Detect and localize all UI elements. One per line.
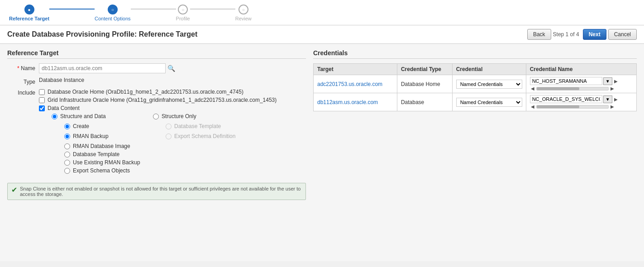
step-circle-4: ○ [239,5,248,14]
radio-structure-and-data-label: Structure and Data [60,113,106,119]
create-options: Create Database Template [64,123,306,131]
radio-row-existing-rman: Use Existing RMAN Backup [64,159,306,166]
radio-export-schema-definition[interactable] [166,134,172,139]
scroll-right-icon-1b[interactable]: ▶ [610,86,615,91]
page-title: Create Database Provisioning Profile: Re… [7,30,197,38]
checkbox-row-2: Grid Infrastructure Oracle Home (Ora11g_… [39,97,306,103]
backup-options: RMAN Backup Export Schema Definition [64,133,306,141]
radio-export-schema-objects-label: Export Schema Objects [73,167,130,174]
col-header-credential-type: Credential Type [397,64,452,75]
create-radio-group: Create Database Template [64,123,306,131]
credential-name-dropdown-2[interactable]: ▼ [603,95,612,103]
scroll-right-icon-2b[interactable]: ▶ [610,104,615,109]
radio-row-export-objects: Export Schema Objects [64,167,306,174]
credential-select-wrap-1: Named Credentials [456,80,522,89]
radio-rman-backup[interactable] [64,134,70,139]
radio-structure-only-label: Structure Only [162,113,196,119]
step-circle-3: ○ [178,5,188,14]
scroll-thumb-1 [537,87,580,90]
back-button[interactable]: Back [527,29,551,40]
checkbox-row-1: Database Oracle Home (OraDb11g_home1_2_a… [39,89,306,95]
target-cell-2: db112asm.us.oracle.com [314,93,397,111]
scroll-left-icon-1[interactable]: ◀ [530,86,535,91]
credential-type-cell-1: Database Home [397,75,452,93]
next-button[interactable]: Next [583,29,606,40]
page-header: Create Database Provisioning Profile: Re… [0,25,644,44]
col-header-credential-name: Credential Name [526,64,636,75]
radio-database-template[interactable] [166,124,172,129]
radio-rman-database-image-label: RMAN Database Image [73,143,130,149]
step-label-3: Profile [176,16,190,21]
step-circle-2: ○ [108,5,118,14]
radio-structure-and-data[interactable] [52,114,57,119]
header-actions: Back Step 1 of 4 Next Cancel [527,29,637,40]
checkbox-data-content[interactable] [39,105,45,111]
radio-export-schema-definition-label: Export Schema Definition [174,133,235,139]
wizard-step-reference-target[interactable]: ● Reference Target [9,5,49,21]
type-row: Type Database Instance [7,77,306,85]
scroll-left-icon-2[interactable]: ◀ [530,104,535,109]
structure-options: Structure and Data Structure Only [52,113,306,121]
credential-name-input-2[interactable] [530,95,602,103]
radio-database-template-label: Database Template [174,123,221,129]
target-link-1[interactable]: adc2201753.us.oracle.com [317,81,382,87]
step-info: Step 1 of 4 [553,31,579,38]
type-value: Database Instance [39,77,306,83]
radio-export-schema-objects[interactable] [64,168,70,174]
radio-row-create: Create [64,123,164,129]
backup-radio-group: RMAN Backup Export Schema Definition [64,133,306,141]
scroll-right-icon-1[interactable]: ▶ [613,79,619,84]
include-label: Include [7,89,39,96]
table-row: adc2201753.us.oracle.com Database Home N… [314,75,637,93]
info-note: ✔ Snap Clone is either not enabled or sn… [7,183,306,200]
scroll-bar-1 [536,87,609,91]
radio-use-existing-rman-backup-label: Use Existing RMAN Backup [73,159,140,166]
scroll-right-icon-2[interactable]: ▶ [613,97,619,102]
structure-radio-group: Structure and Data Structure Only [52,113,306,121]
name-input[interactable] [39,63,166,73]
radio-row-structure-data: Structure and Data [52,113,151,119]
credentials-table: Target Credential Type Credential Creden… [313,63,637,111]
credentials-title: Credentials [313,49,637,59]
name-row: Name 🔍 [7,63,306,73]
wizard-connector-3 [190,9,235,10]
credential-select-1[interactable]: Named Credentials [456,80,522,89]
checkbox-grid-infra-home[interactable] [39,97,45,103]
wizard-step-profile[interactable]: ○ Profile [176,5,190,21]
credential-name-cell-1: ▼ ▶ ◀ ▶ [526,75,636,93]
wizard-connector-1 [49,9,95,10]
right-panel: Credentials Target Credential Type Crede… [313,49,637,256]
step-circle-1: ● [24,5,34,14]
credential-name-input-row-1: ▼ ▶ [530,77,633,85]
wizard-step-content-options[interactable]: ○ Content Options [95,5,131,21]
include-options: Database Oracle Home (OraDb11g_home1_2_a… [39,89,306,176]
wizard-bar: ● Reference Target ○ Content Options ○ P… [0,0,644,25]
radio-rman-database-image[interactable] [64,143,70,149]
radio-use-existing-rman-backup[interactable] [64,160,70,166]
radio-row-export-schema-col2: Export Schema Definition [166,133,265,139]
wizard-step-review[interactable]: ○ Review [235,5,252,21]
radio-structure-only[interactable] [153,114,159,119]
left-panel: Reference Target Name 🔍 Type Database In… [7,49,306,256]
checkbox-data-content-label: Data Content [48,105,80,111]
checkbox-db-oracle-home[interactable] [39,89,45,95]
credential-select-2[interactable]: Named Credentials [456,98,522,107]
radio-create[interactable] [64,124,70,129]
credential-name-cell-2: ▼ ▶ ◀ ▶ [526,93,636,111]
radio-row-rman-backup: RMAN Backup [64,133,164,139]
wizard-connector-2 [131,9,176,10]
credential-name-input-1[interactable] [530,77,602,85]
radio-row-db-template-col2: Database Template [166,123,265,129]
credential-cell-1: Named Credentials [452,75,526,93]
col-header-target: Target [314,64,397,75]
search-icon[interactable]: 🔍 [167,65,175,72]
radio-database-template-alt[interactable] [64,152,70,157]
credential-cell-2: Named Credentials [452,93,526,111]
target-link-2[interactable]: db112asm.us.oracle.com [317,99,378,105]
credential-name-wrap-2: ▼ ▶ ◀ ▶ [530,95,633,109]
credential-name-dropdown-1[interactable]: ▼ [603,77,612,85]
cancel-button[interactable]: Cancel [608,29,637,40]
name-input-wrap: 🔍 [39,63,306,73]
step-label-1: Reference Target [9,16,49,21]
table-row: db112asm.us.oracle.com Database Named Cr… [314,93,637,111]
